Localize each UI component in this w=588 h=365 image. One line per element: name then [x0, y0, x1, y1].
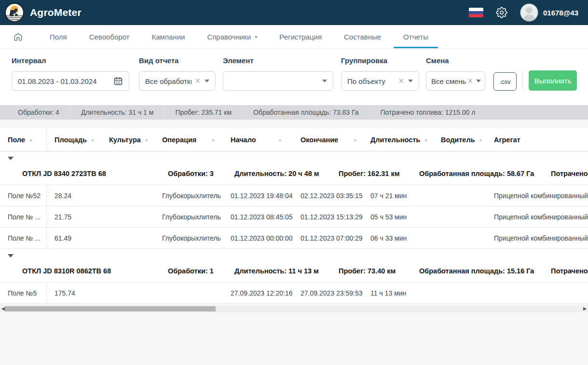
nav-tab-composite[interactable]: Составные	[344, 25, 381, 48]
group-stat: Потрачено	[551, 170, 588, 177]
summary-mileage: Пробег: 235.71 км	[164, 108, 242, 116]
shift-select[interactable]: Все смены ✕	[426, 71, 485, 91]
app-logo-icon	[5, 3, 24, 22]
column-header-operation[interactable]: Операция ▲	[154, 128, 223, 151]
cell-end: 02.12.2023 03:35:15	[293, 185, 363, 206]
column-header-duration[interactable]: Длительность ▲	[363, 128, 433, 151]
cell-operation	[154, 283, 223, 303]
clear-icon[interactable]: ✕	[194, 77, 201, 85]
group-stat: Длительность: 20 ч 48 м	[234, 170, 319, 177]
cell-duration: 06 ч 33 мин	[363, 228, 433, 248]
collapse-caret-icon[interactable]	[8, 254, 14, 257]
cell-driver	[433, 228, 486, 248]
element-label: Элемент	[223, 56, 333, 65]
scrollbar-thumb[interactable]	[5, 306, 216, 311]
nav-tab-reports[interactable]: Отчеты	[403, 25, 428, 48]
element-select[interactable]	[223, 71, 333, 91]
sort-icon[interactable]: ▲	[144, 137, 149, 142]
collapse-caret-icon[interactable]	[8, 157, 14, 160]
language-flag-icon[interactable]	[469, 8, 483, 17]
group-title: ОТКЛ JD 8310R 0862ТВ 68	[22, 267, 111, 275]
chevron-down-icon: ▾	[255, 34, 257, 40]
column-header-driver[interactable]: Водитель ▲	[433, 128, 486, 151]
top-bar: AgroMeter 01678@43	[0, 0, 588, 25]
settings-gear-icon[interactable]	[496, 7, 507, 18]
sort-icon[interactable]: ▲	[424, 137, 428, 142]
cell-field: Поле №52	[0, 185, 47, 206]
cell-culture	[101, 283, 154, 303]
grouping-select[interactable]: По объекту ✕	[341, 71, 419, 91]
cell-start: 01.12.2023 08:45:05	[223, 206, 293, 227]
cell-operation: Глубокорыхлитель	[154, 228, 223, 248]
nav-tab-label: Кампании	[152, 33, 185, 41]
cell-culture	[101, 185, 154, 206]
csv-export-button[interactable]: .csv	[493, 72, 517, 91]
nav-tab-fields[interactable]: Поля	[50, 25, 67, 48]
nav-tab-label: Регистрация	[279, 33, 322, 41]
column-label: Площадь	[55, 136, 87, 144]
cell-field: Поле № ...	[0, 206, 47, 227]
column-header-start[interactable]: Начало ▲	[223, 128, 293, 151]
table-body: ОТКЛ JD 8340 2723ТВ 68 Обработки: 3 Длит…	[0, 151, 588, 304]
sort-icon[interactable]: ▲	[278, 137, 283, 142]
group-stat: Обработанная площадь: 15.16 Га	[419, 267, 534, 275]
column-header-end[interactable]: Окончание ▲	[293, 128, 363, 151]
report-type-value: Все обработки	[145, 77, 191, 85]
cell-duration: 05 ч 53 мин	[363, 206, 433, 227]
chevron-down-icon[interactable]	[408, 80, 413, 82]
sort-icon[interactable]: ▲	[28, 137, 33, 142]
cell-unit	[486, 283, 588, 303]
clear-icon[interactable]: ✕	[467, 77, 473, 85]
column-header-field[interactable]: Поле ▲	[0, 128, 47, 151]
column-label: Поле	[8, 136, 25, 144]
column-label: Агрегат	[494, 136, 520, 144]
column-label: Длительность	[370, 136, 420, 144]
cell-end: 01.12.2023 07:00:29	[293, 228, 363, 248]
nav-tab-registration[interactable]: Регистрация	[279, 25, 322, 48]
cell-duration: 07 ч 21 мин	[363, 185, 433, 206]
scroll-left-icon[interactable]: ◀	[1, 306, 5, 311]
nav-tab-campaigns[interactable]: Кампании	[152, 25, 185, 48]
group-stat: Обработанная площадь: 58.67 Га	[419, 170, 534, 177]
sort-icon[interactable]: ▲	[211, 137, 216, 142]
horizontal-scrollbar[interactable]: ◀ ▶	[0, 305, 588, 312]
column-header-area[interactable]: Площадь ▲	[47, 128, 101, 151]
report-type-label: Вид отчета	[139, 56, 216, 65]
run-report-button[interactable]: Выполнить	[529, 70, 577, 91]
chevron-down-icon[interactable]	[322, 80, 327, 82]
nav-tab-label: Севооборот	[89, 33, 130, 41]
column-header-culture[interactable]: Культура ▲	[101, 128, 154, 151]
summary-duration: Длительность: 31 ч 1 м	[70, 108, 164, 116]
group-row: ОТКЛ JD 8310R 0862ТВ 68 Обработки: 1 Дли…	[0, 249, 588, 283]
cell-unit: Прицепной комбинированный	[486, 185, 588, 206]
clear-icon[interactable]: ✕	[398, 77, 404, 85]
sort-icon[interactable]: ▲	[479, 137, 483, 142]
report-type-select[interactable]: Все обработки ✕	[139, 71, 216, 91]
chevron-down-icon[interactable]	[476, 80, 481, 82]
calendar-icon[interactable]	[113, 76, 123, 86]
interval-input[interactable]: 01.08.2023 - 01.03.2024	[12, 71, 129, 91]
summary-fuel: Потрачено топлива: 1215.00 л	[369, 108, 486, 116]
table-row: Поле № ... 21.75 Глубокорыхлитель 01.12.…	[0, 206, 588, 228]
sort-icon[interactable]: ▲	[90, 137, 95, 142]
interval-value: 01.08.2023 - 01.03.2024	[18, 77, 113, 85]
cell-field: Поле №5	[0, 283, 47, 303]
group-row: ОТКЛ JD 8340 2723ТВ 68 Обработки: 3 Длит…	[0, 151, 588, 185]
table-row: Поле № ... 61.49 Глубокорыхлитель 01.12.…	[0, 228, 588, 249]
summary-treatments: Обработки: 4	[7, 108, 70, 116]
column-label: Окончание	[301, 136, 338, 144]
table-row: Поле №52 28.24 Глубокорыхлитель 01.12.20…	[0, 185, 588, 206]
scroll-right-icon[interactable]: ▶	[583, 306, 587, 311]
cell-driver	[433, 206, 486, 227]
sort-icon[interactable]: ▲	[353, 137, 357, 142]
nav-home-tab[interactable]	[9, 25, 27, 48]
username: 01678@43	[543, 9, 578, 17]
chevron-down-icon[interactable]	[205, 80, 209, 82]
nav-tab-crop-rotation[interactable]: Севооборот	[89, 25, 130, 48]
cell-end: 27.09.2023 23:59:53	[293, 283, 363, 303]
column-header-unit[interactable]: Агрегат	[486, 128, 588, 151]
avatar[interactable]	[520, 3, 538, 22]
nav-tab-label: Поля	[50, 33, 67, 41]
group-stat: Обработки: 1	[168, 267, 214, 275]
nav-tab-directories[interactable]: Справочники▾	[207, 25, 257, 48]
